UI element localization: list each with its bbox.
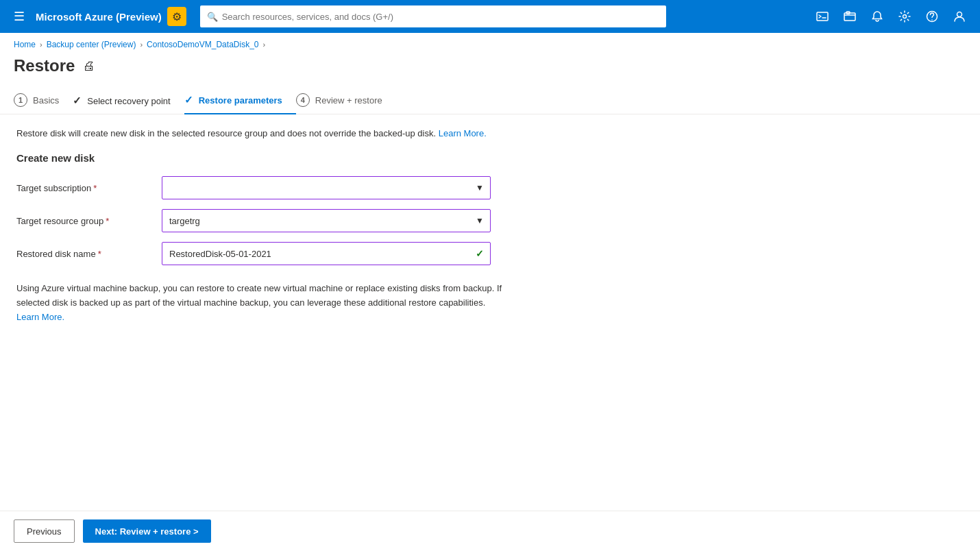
breadcrumb-sep-1: › <box>40 40 42 49</box>
form-row-disk-name: Restored disk name * ✓ <box>16 242 964 265</box>
breadcrumb: Home › Backup center (Preview) › Contoso… <box>0 33 980 53</box>
breadcrumb-home[interactable]: Home <box>14 40 36 49</box>
hamburger-menu[interactable]: ☰ <box>8 6 30 27</box>
search-box[interactable]: 🔍 <box>200 5 666 27</box>
directory-icon[interactable] <box>837 4 862 29</box>
disk-name-wrapper: ✓ <box>162 242 491 265</box>
step-check-recovery: ✓ <box>73 95 82 107</box>
wizard-step-recovery[interactable]: ✓ Select recovery point <box>73 88 184 114</box>
help-icon[interactable] <box>920 4 944 29</box>
search-icon: 🔍 <box>207 12 218 22</box>
topnav: ☰ Microsoft Azure (Preview) ⚙ 🔍 <box>0 0 980 33</box>
settings-icon[interactable] <box>892 4 917 29</box>
notification-icon[interactable] <box>865 4 890 29</box>
step-check-restore: ✓ <box>184 94 193 106</box>
topnav-icons <box>810 4 972 29</box>
svg-point-6 <box>931 19 933 21</box>
step-number-4: 4 <box>296 93 310 107</box>
form-row-resource-group: Target resource group * targetrg ▼ <box>16 209 964 232</box>
resource-group-wrapper: targetrg ▼ <box>162 209 491 232</box>
label-disk-name: Restored disk name * <box>16 249 154 259</box>
account-icon[interactable] <box>947 4 972 29</box>
restored-disk-name-input[interactable] <box>162 242 491 265</box>
app-badge: ⚙ <box>167 7 186 26</box>
label-resource-group: Target resource group * <box>16 216 154 226</box>
label-subscription: Target subscription * <box>16 183 154 193</box>
svg-rect-0 <box>817 12 828 21</box>
page-title: Restore <box>14 56 75 75</box>
breadcrumb-sep-3: › <box>262 40 265 49</box>
additional-info: Using Azure virtual machine backup, you … <box>16 282 510 324</box>
search-input[interactable] <box>222 12 659 22</box>
badge-icon: ⚙ <box>172 10 182 23</box>
step-label-review: Review + restore <box>315 95 382 106</box>
step-label-restore-params: Restore parameters <box>199 95 282 106</box>
required-star-disk: * <box>98 249 101 259</box>
section-title: Create new disk <box>16 152 964 164</box>
svg-point-7 <box>957 12 962 17</box>
required-star-rg: * <box>106 216 109 226</box>
breadcrumb-backup-center[interactable]: Backup center (Preview) <box>47 40 136 49</box>
learn-more-link-1[interactable]: Learn More. <box>439 128 487 138</box>
wizard-steps: 1 Basics ✓ Select recovery point ✓ Resto… <box>0 86 980 114</box>
svg-point-4 <box>903 15 907 19</box>
step-number-1: 1 <box>14 93 27 107</box>
breadcrumb-sep-2: › <box>140 40 143 49</box>
step-label-recovery: Select recovery point <box>87 96 170 106</box>
terminal-icon[interactable] <box>810 4 835 29</box>
learn-more-link-2[interactable]: Learn More. <box>16 312 64 322</box>
wizard-step-review[interactable]: 4 Review + restore <box>296 86 396 114</box>
info-text: Restore disk will create new disk in the… <box>16 128 964 138</box>
wizard-step-basics[interactable]: 1 Basics <box>14 86 73 114</box>
disk-name-valid-icon: ✓ <box>476 248 484 259</box>
main-content: Restore disk will create new disk in the… <box>0 114 980 338</box>
step-label-basics: Basics <box>33 95 59 106</box>
subscription-wrapper: ▼ <box>162 176 491 199</box>
target-subscription-dropdown[interactable] <box>162 176 491 199</box>
required-star-subscription: * <box>93 183 97 193</box>
target-resource-group-dropdown[interactable]: targetrg <box>162 209 491 232</box>
app-title: Microsoft Azure (Preview) <box>36 11 162 23</box>
print-icon[interactable]: 🖨 <box>83 59 95 73</box>
form-row-subscription: Target subscription * ▼ <box>16 176 964 199</box>
svg-rect-2 <box>844 13 855 21</box>
breadcrumb-disk[interactable]: ContosoDemoVM_DataDisk_0 <box>147 40 258 49</box>
page-title-area: Restore 🖨 <box>0 53 980 86</box>
wizard-step-restore-params[interactable]: ✓ Restore parameters <box>184 87 296 114</box>
